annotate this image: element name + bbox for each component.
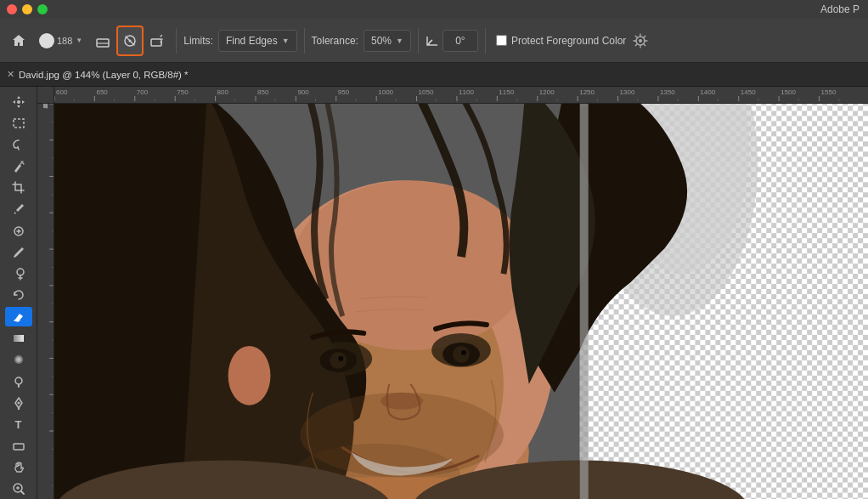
- canvas-area[interactable]: 600 650 700 750 800 850 900 950: [37, 87, 868, 499]
- limits-dropdown[interactable]: Find Edges ▼: [218, 30, 297, 52]
- vertical-ruler: 0 50 100 150 200 250 300 350 400: [37, 104, 54, 499]
- background-eraser-button[interactable]: [116, 26, 144, 56]
- gradient-tool-button[interactable]: [5, 328, 32, 348]
- eyedropper-tool-icon: [12, 202, 25, 216]
- type-tool-button[interactable]: T: [5, 415, 32, 434]
- marquee-tool-icon: [12, 116, 25, 130]
- eraser-type-group: [91, 26, 169, 56]
- svg-point-18: [17, 402, 20, 405]
- quick-selection-icon: [12, 160, 25, 173]
- ruler-corner: [37, 87, 54, 104]
- hand-tool-button[interactable]: [5, 457, 32, 477]
- svg-point-4: [129, 39, 132, 42]
- eyedropper-tool-button[interactable]: [5, 200, 32, 219]
- svg-point-7: [639, 39, 642, 43]
- traffic-lights: [7, 4, 48, 14]
- svg-text:900: 900: [297, 88, 309, 96]
- toolbar-divider-2: [304, 28, 305, 54]
- svg-text:1150: 1150: [499, 88, 514, 96]
- standard-eraser-button[interactable]: [91, 26, 115, 56]
- svg-text:1300: 1300: [620, 88, 635, 96]
- svg-text:1500: 1500: [781, 88, 796, 96]
- angle-icon: [426, 34, 439, 48]
- background-eraser-icon: [122, 33, 138, 48]
- svg-rect-145: [580, 104, 589, 499]
- svg-point-15: [17, 359, 20, 361]
- brush-size-button[interactable]: 188 ▼: [34, 26, 87, 56]
- protect-fg-label[interactable]: Protect Foreground Color: [511, 35, 626, 47]
- pen-tool-button[interactable]: [5, 393, 32, 412]
- eraser-tool-icon: [12, 310, 25, 324]
- brush-tool-button[interactable]: [5, 242, 32, 262]
- svg-text:750: 750: [177, 88, 189, 96]
- dodge-tool-button[interactable]: [5, 371, 32, 391]
- svg-text:1000: 1000: [378, 88, 393, 96]
- titlebar: Adobe P: [0, 0, 868, 19]
- svg-point-135: [453, 346, 470, 363]
- magic-eraser-icon: [149, 33, 165, 48]
- crop-tool-button[interactable]: [5, 178, 32, 197]
- svg-text:1400: 1400: [700, 88, 715, 96]
- shape-tool-button[interactable]: [5, 436, 32, 456]
- clone-stamp-button[interactable]: [5, 264, 32, 284]
- angle-input-group: 0°: [426, 30, 478, 52]
- angle-field[interactable]: 0°: [442, 30, 478, 52]
- svg-line-22: [21, 491, 24, 494]
- dodge-tool-icon: [12, 375, 25, 388]
- tab-close-button[interactable]: ✕: [7, 69, 14, 80]
- home-button[interactable]: [7, 26, 31, 56]
- quick-selection-button[interactable]: [5, 156, 32, 176]
- close-button[interactable]: [7, 4, 17, 14]
- svg-text:1350: 1350: [660, 88, 675, 96]
- brush-preview: [39, 33, 54, 48]
- settings-button[interactable]: [629, 28, 651, 54]
- svg-text:600: 600: [56, 88, 68, 96]
- blur-tool-button[interactable]: [5, 350, 32, 370]
- magic-eraser-button[interactable]: [145, 26, 169, 56]
- tolerance-label: Tolerance:: [312, 35, 358, 47]
- move-tool-button[interactable]: [5, 92, 32, 111]
- brush-dropdown-chevron: ▼: [76, 37, 82, 44]
- svg-rect-5: [151, 39, 161, 46]
- svg-rect-12: [14, 335, 24, 342]
- type-tool-label: T: [15, 418, 22, 431]
- svg-text:1050: 1050: [419, 88, 434, 96]
- brush-tool-icon: [12, 246, 25, 259]
- limits-chevron: ▼: [282, 37, 290, 45]
- hand-tool-icon: [12, 461, 25, 474]
- eraser-tool-button[interactable]: [5, 307, 32, 326]
- svg-text:1550: 1550: [821, 88, 837, 96]
- canvas-svg: [54, 104, 868, 499]
- svg-text:800: 800: [217, 88, 229, 96]
- svg-point-137: [461, 350, 466, 355]
- svg-rect-9: [14, 119, 24, 128]
- svg-text:700: 700: [137, 88, 149, 96]
- tolerance-dropdown[interactable]: 50% ▼: [364, 30, 411, 52]
- marquee-tool-button[interactable]: [5, 113, 32, 133]
- minimize-button[interactable]: [22, 4, 32, 14]
- pen-tool-icon: [12, 396, 25, 410]
- toolbar-divider-1: [176, 28, 177, 54]
- history-brush-button[interactable]: [5, 286, 32, 305]
- svg-point-16: [15, 377, 22, 384]
- lasso-tool-button[interactable]: [5, 135, 32, 155]
- svg-text:1100: 1100: [459, 88, 474, 96]
- svg-point-136: [338, 356, 343, 361]
- svg-text:950: 950: [338, 88, 350, 96]
- blur-tool-icon: [12, 353, 25, 366]
- toolbar: 188 ▼ Limits: Fi: [0, 19, 868, 63]
- svg-text:1250: 1250: [579, 88, 595, 96]
- lasso-tool-icon: [12, 138, 25, 151]
- app-title: Adobe P: [820, 3, 860, 15]
- maximize-button[interactable]: [37, 4, 48, 14]
- svg-point-11: [17, 269, 24, 275]
- zoom-tool-button[interactable]: [5, 479, 32, 499]
- main-area: T: [0, 87, 868, 499]
- svg-point-8: [17, 100, 20, 104]
- zoom-tool-icon: [12, 482, 25, 496]
- canvas-image-area[interactable]: [54, 104, 868, 499]
- protect-fg-checkbox[interactable]: [496, 35, 507, 46]
- limits-label: Limits:: [183, 35, 213, 47]
- spot-heal-button[interactable]: [5, 221, 32, 241]
- gradient-tool-icon: [12, 332, 25, 345]
